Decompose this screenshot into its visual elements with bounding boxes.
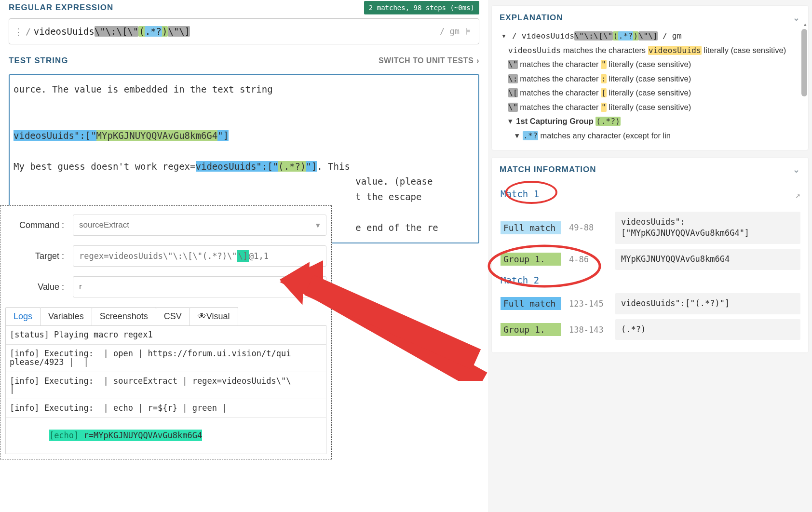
match-info-heading: MATCH INFORMATION (500, 165, 596, 175)
regex-flags[interactable]: / gm (440, 27, 474, 36)
chevron-right-icon: › (476, 56, 479, 65)
collapse-icon[interactable]: ⌄ (793, 13, 800, 23)
teststring-heading: TEST STRING (9, 53, 77, 68)
regex-input[interactable]: ⋮ / videosUuids\"\:\[\"(.*?)\"\] / gm (9, 18, 479, 44)
explanation-heading: EXPLANATION (500, 13, 563, 23)
explanation-panel: EXPLANATION ⌄ ▴ ▾ / videosUuids\"\:\[\"(… (492, 6, 808, 150)
command-label: Command : (5, 220, 73, 230)
value-label: Value : (5, 282, 73, 292)
flag-icon[interactable] (463, 27, 474, 35)
log-line: [info] Executing: | open | https://forum… (6, 344, 326, 372)
test-line: My best guess doesn't work regex= (14, 161, 196, 172)
switch-unit-tests-link[interactable]: SWITCH TO UNIT TESTS › (379, 56, 479, 65)
log-line: [status] Playing macro regex1 (6, 326, 326, 344)
match-row: Group 1. 4-86 MYpKGJNUYQQVAvGu8km6G4 (501, 249, 800, 270)
export-icon[interactable]: ↗ (795, 190, 800, 200)
regex-tools-icon[interactable]: ⋮ / (14, 27, 31, 37)
disclosure-icon[interactable]: ▾ (508, 115, 514, 128)
match-highlight: videosUuids":["(.*?)"] (196, 161, 317, 172)
log-line: [echo] r=MYpKGJNUYQQVAvGu8km6G4 (6, 418, 326, 454)
explanation-body: ▾ / videosUuids\"\:\[\"(.*?)\"\] / gm vi… (492, 28, 808, 150)
tab-variables[interactable]: Variables (40, 307, 92, 325)
match-position: 4-86 (569, 255, 608, 264)
match-position: 49-88 (569, 223, 608, 232)
scroll-up-icon[interactable]: ▴ (804, 21, 807, 27)
disclosure-icon[interactable]: ▾ (515, 130, 521, 142)
tabs: Logs Variables Screenshots CSV 👁Visual (5, 307, 326, 325)
match-code: videosUuids":["MYpKGJNUYQQVAvGu8km6G4"] (615, 212, 800, 244)
match-position: 123-145 (569, 299, 608, 309)
collapse-icon[interactable]: ⌄ (793, 164, 800, 175)
regex-pattern: videosUuids\"\:\[\"(.*?)\"\] (31, 26, 190, 37)
match-2-title[interactable]: Match 2 (501, 275, 800, 285)
match-1-title[interactable]: Match 1 (501, 189, 539, 199)
target-label: Target : (5, 251, 73, 261)
tab-csv[interactable]: CSV (156, 307, 190, 325)
log-line: [info] Executing: | echo | r=${r} | gree… (6, 399, 326, 418)
match-info-panel: MATCH INFORMATION ⌄ Match 1 ↗ Full match… (492, 158, 808, 353)
match-code: videosUuids":["(.*?)"] (615, 293, 800, 314)
regex-heading: REGULAR EXPRESSION (0, 0, 122, 15)
value-input[interactable]: r (73, 276, 326, 297)
log-line: [info] Executing: | sourceExtract | rege… (6, 372, 326, 399)
group-1-pill: Group 1. (501, 323, 561, 336)
tab-screenshots[interactable]: Screenshots (92, 307, 156, 325)
match-highlight: videosUuids":["MYpKGJNUYQQVAvGu8km6G4"] (14, 130, 229, 141)
test-line: ource. The value is embedded in the text… (14, 84, 273, 94)
match-row: Full match 123-145 videosUuids":["(.*?)"… (501, 293, 800, 314)
match-row: Group 1. 138-143 (.*?) (501, 319, 800, 340)
match-row: Full match 49-88 videosUuids":["MYpKGJNU… (501, 212, 800, 244)
full-match-pill: Full match (501, 221, 561, 234)
target-input[interactable]: regex=videosUuids\"\:\[\"(.*?)\"\]@1,1 (73, 245, 326, 267)
match-position: 138-143 (569, 325, 608, 335)
disclosure-icon[interactable]: ▾ (501, 30, 507, 42)
right-column: EXPLANATION ⌄ ▴ ▾ / videosUuids\"\:\[\"(… (488, 0, 812, 512)
logs-panel: [status] Playing macro regex1 [info] Exe… (5, 325, 326, 454)
full-match-pill: Full match (501, 297, 561, 310)
macro-overlay: Command : sourceExtract Target : regex=v… (0, 205, 332, 459)
tab-visual[interactable]: 👁Visual (189, 307, 238, 325)
left-column: REGULAR EXPRESSION 2 matches, 98 steps (… (0, 0, 488, 512)
tab-logs[interactable]: Logs (5, 307, 41, 325)
group-1-pill: Group 1. (501, 253, 561, 266)
command-select[interactable]: sourceExtract (73, 215, 326, 236)
match-badge: 2 matches, 98 steps (~0ms) (364, 1, 479, 14)
match-code: (.*?) (615, 319, 800, 340)
match-code: MYpKGJNUYQQVAvGu8km6G4 (615, 249, 800, 270)
